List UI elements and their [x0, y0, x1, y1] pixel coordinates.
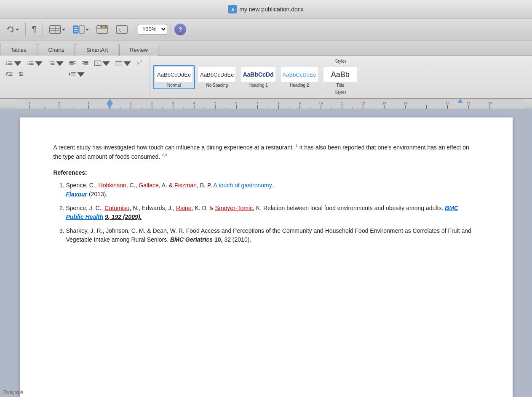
pilcrow-button[interactable]: ¶ [29, 23, 39, 36]
spacing-btn[interactable] [67, 69, 87, 79]
svg-text:♫: ♫ [118, 27, 122, 33]
svg-marker-26 [14, 61, 21, 66]
styles-section: Styles AaBbCcDdEe Normal AaBbCcDdEe No S… [150, 57, 532, 96]
reference-item-3: Sharkey, J. R., Johnson, C. M. & Dean, W… [66, 226, 479, 244]
page-layout-icon [94, 59, 102, 67]
svg-marker-1 [16, 29, 19, 31]
tab-review[interactable]: Review [119, 44, 158, 56]
undo-button[interactable] [3, 23, 22, 36]
svg-rect-54 [84, 62, 88, 63]
view-dropdown-2 [86, 28, 89, 31]
list-col-1: 1. 2. 3. a. [3, 58, 66, 79]
view-dropdown-1 [62, 28, 65, 31]
reference-list: Spence, C., Hobkinson, C., Gallace, A. &… [53, 181, 479, 244]
window-title: my new publication.docx [239, 6, 304, 13]
styles-label: Styles [153, 59, 529, 64]
separator-4 [171, 23, 171, 36]
svg-rect-58 [71, 74, 76, 74]
view-icon-1 [49, 25, 61, 34]
svg-marker-0 [7, 28, 9, 30]
heading1-style-item[interactable]: AaBbCcDd Heading 1 [239, 66, 277, 89]
tab-tables[interactable]: Tables [0, 44, 37, 56]
view-icon-3 [96, 25, 108, 34]
shading-icon [115, 59, 123, 67]
shading-btn[interactable] [113, 58, 133, 68]
heading2-preview: AaBbCcDdEe [281, 67, 318, 82]
svg-marker-69 [123, 61, 131, 66]
undo-icon [6, 25, 15, 34]
align-row-1 [67, 58, 91, 68]
svg-rect-21 [8, 61, 13, 62]
svg-rect-131 [107, 103, 113, 104]
tab-charts[interactable]: Charts [38, 44, 75, 56]
bullet-list-btn[interactable] [3, 58, 24, 68]
svg-text:3: 3 [29, 101, 31, 105]
svg-text:6: 6 [235, 101, 238, 105]
view-button-3[interactable] [94, 23, 111, 36]
normal-style-item[interactable]: AaBbCcDdEe Normal [153, 65, 195, 89]
svg-rect-55 [82, 64, 88, 64]
svg-rect-28 [29, 61, 34, 62]
svg-point-16 [103, 26, 105, 28]
sort-col: A ↓ Z [134, 58, 146, 68]
svg-text:10: 10 [319, 101, 323, 105]
outline-list-btn[interactable]: a. [45, 58, 66, 68]
numbered-list-btn[interactable]: 1. 2. 3. [24, 58, 45, 68]
svg-point-20 [6, 61, 7, 63]
sort-btn[interactable]: A ↓ Z [134, 58, 146, 68]
svg-text:5: 5 [214, 101, 217, 105]
increase-indent-btn[interactable] [16, 69, 28, 79]
svg-rect-25 [8, 64, 13, 65]
align-left-icon [69, 59, 76, 67]
ref2-cutumisu: Cutumisu [104, 205, 129, 211]
decrease-indent-btn[interactable] [3, 69, 15, 79]
heading2-preview-text: AaBbCcDdEe [283, 72, 316, 78]
page-layout-btn[interactable] [92, 58, 112, 68]
ref1-title[interactable]: A touch of gastronomy. [213, 182, 273, 189]
layout-col [92, 58, 112, 68]
help-button[interactable]: ? [174, 24, 186, 35]
heading2-style-item[interactable]: AaBbCcDdEe Heading 2 [279, 66, 320, 89]
main-toolbar: ¶ [0, 19, 532, 40]
svg-text:18: 18 [488, 101, 492, 105]
svg-rect-32 [29, 64, 34, 65]
title-style-item[interactable]: AaBb Title [321, 66, 359, 89]
help-icon: ? [179, 26, 182, 33]
svg-rect-56 [83, 64, 88, 65]
layout-dropdown [102, 59, 110, 67]
svg-text:4: 4 [193, 101, 195, 105]
align-right-btn[interactable] [79, 58, 91, 68]
svg-marker-61 [69, 74, 70, 75]
separator-3 [134, 23, 134, 36]
heading1-preview-text: AaBbCcDd [243, 71, 273, 78]
svg-rect-36 [50, 63, 54, 63]
reference-item-1: Spence, C., Hobkinson, C., Gallace, A. &… [66, 181, 479, 199]
svg-point-24 [6, 64, 7, 65]
styles-row: AaBbCcDdEe Normal AaBbCcDdEe No Spacing … [153, 65, 529, 89]
title-label: Title [337, 83, 345, 88]
view-button-1[interactable] [46, 23, 68, 36]
svg-text:7: 7 [257, 101, 259, 105]
references-title: References: [53, 169, 479, 176]
svg-rect-48 [19, 75, 23, 76]
svg-point-17 [101, 26, 103, 28]
svg-marker-38 [56, 61, 64, 66]
normal-preview: AaBbCcDdEe [155, 67, 192, 82]
svg-marker-33 [35, 61, 43, 66]
shading-col [113, 58, 133, 68]
ref3-volume: 10, [214, 236, 222, 243]
align-left-btn[interactable] [67, 58, 78, 68]
tab-smartart[interactable]: SmartArt [76, 44, 118, 56]
ruler-inner: 3 2 1 1 2 3 4 5 6 [17, 99, 524, 109]
music-note-button[interactable]: ♫ [113, 23, 131, 36]
document-area: A recent study has investigated how touc… [0, 109, 532, 397]
separator-2 [43, 23, 43, 36]
ref3-text: Sharkey, J. R., Johnson, C. M. & Dean, W… [66, 227, 471, 243]
svg-rect-23 [8, 63, 13, 63]
no-spacing-style-item[interactable]: AaBbCcDdEe No Spacing [196, 66, 238, 89]
layout-row-1 [92, 58, 112, 68]
zoom-select[interactable]: 100% 75% 50% 125% 150% [138, 24, 167, 35]
document-page: A recent study has investigated how touc… [20, 117, 513, 397]
view-button-2[interactable] [70, 23, 92, 36]
ref1-journal[interactable]: Flavour [66, 191, 88, 197]
